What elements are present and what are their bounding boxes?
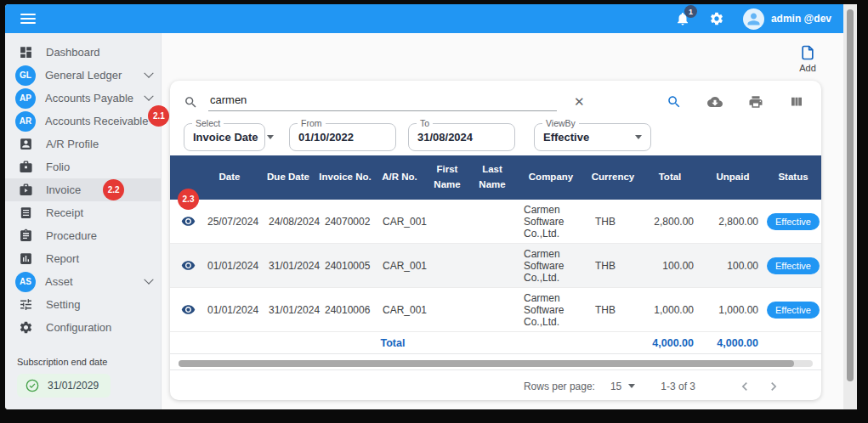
search-icon[interactable] [667,94,682,110]
cell-first-name [425,262,469,269]
ap-avatar: AP [15,88,36,109]
cell-company: Carmen Software Co.,Ltd. [515,289,587,331]
avatar[interactable] [743,8,764,30]
summary-unpaid: 4,000.00 [701,337,765,349]
rows-per-page-select[interactable]: 15 [610,381,635,392]
sidebar-item-accounts-payable[interactable]: AP Accounts Payable [5,87,161,110]
sidebar-item-label: Report [46,252,79,265]
sidebar-item-label: Receipt [46,206,83,219]
col-actions [170,174,199,181]
printer-icon[interactable] [748,94,763,110]
table-row[interactable]: 01/01/2024 31/01/2024 24010005 CAR_001 C… [170,244,821,288]
to-date-label: To [417,118,433,128]
cell-first-name [425,307,469,313]
cell-due-date: 31/01/2024 [260,301,316,319]
viewby-dropdown[interactable]: ViewBy Effective [534,123,651,151]
table-row[interactable]: 25/07/2024 24/08/2024 24070002 CAR_001 C… [170,200,821,244]
cell-total: 1,000.00 [639,301,701,319]
table-rows: 2.3 25/07/2024 24/08/2024 24070002 CAR_0… [170,200,821,332]
sidebar-item-label: A/R Profile [46,138,99,150]
col-first-name: First Name [425,159,469,196]
select-filter-dropdown[interactable]: Select Invoice Date [184,123,265,151]
cell-ar-no: CAR_001 [374,212,425,231]
chevron-left-icon [736,378,753,395]
sidebar-item-ar-profile[interactable]: A/R Profile [5,133,161,155]
sidebar-item-label: Procedure [46,229,97,242]
pagination: Rows per page: 15 1-3 of 3 [170,369,821,400]
add-button[interactable]: Add [799,44,816,73]
sidebar-item-invoice[interactable]: Invoice 2.2 [5,178,161,201]
table-row[interactable]: 01/01/2024 31/01/2024 24010006 CAR_001 C… [170,288,821,332]
badge-row: 2.3 [178,189,199,210]
sidebar-item-procedure[interactable]: Procedure [5,224,161,247]
status-badge[interactable]: Effective [767,257,820,274]
sidebar-item-receipt[interactable]: Receipt [5,201,161,224]
sidebar: Dashboard GL General Ledger AP Accounts … [5,33,162,409]
procedure-icon [18,228,34,244]
sidebar-item-label: Setting [46,298,80,311]
vertical-scrollbar-thumb[interactable] [847,9,854,381]
previous-page-button[interactable] [736,378,753,395]
col-total: Total [639,166,701,189]
search-input[interactable]: carmen [208,93,557,111]
sliders-icon [18,296,34,313]
sidebar-item-label: Dashboard [46,46,100,59]
rows-per-page-label: Rows per page: [524,381,595,392]
caret-down-icon [267,135,274,139]
cell-date: 01/01/2024 [199,257,260,275]
cloud-download-icon[interactable] [707,94,723,110]
gear-icon[interactable] [709,11,724,26]
sidebar-item-dashboard[interactable]: Dashboard [5,41,161,64]
sidebar-item-label: Accounts Receivable [45,115,148,127]
cell-total: 2,800.00 [639,212,701,231]
caret-down-icon [635,135,642,139]
clear-icon[interactable] [574,94,585,110]
search-icon [184,95,198,110]
invoice-list-card: carmen Select Invoice Date [170,81,821,400]
chevron-down-icon [144,68,153,77]
next-page-button[interactable] [765,378,782,395]
cell-status: Effective [765,254,821,278]
status-badge[interactable]: Effective [767,302,820,319]
sidebar-item-configuration[interactable]: Configuration [5,316,161,339]
cell-company: Carmen Software Co.,Ltd. [515,200,587,243]
view-row-button[interactable] [170,299,199,320]
cell-due-date: 31/01/2024 [260,257,316,275]
gl-avatar: GL [15,65,36,86]
sidebar-item-setting[interactable]: Setting [5,293,161,316]
sidebar-item-report[interactable]: Report [5,247,161,270]
document-add-icon [799,44,816,61]
user-name: admin @dev [771,13,831,25]
report-icon [18,251,34,267]
sidebar-item-asset[interactable]: AS Asset [5,270,161,293]
view-row-button[interactable] [170,211,199,232]
subscription-date: 31/01/2029 [48,380,99,392]
cell-date: 01/01/2024 [199,301,260,319]
col-invoice-no: Invoice No. [316,166,374,189]
from-date-value: 01/10/2022 [298,131,354,144]
col-ar-no: A/R No. [374,166,425,189]
check-circle-icon [26,379,39,392]
select-filter-label: Select [192,118,224,128]
cell-due-date: 24/08/2024 [260,212,316,231]
gear-icon [18,319,34,336]
cell-status: Effective [765,210,821,234]
to-date-field[interactable]: To 31/08/2024 [408,123,515,151]
from-date-field[interactable]: From 01/10/2022 [289,123,396,151]
chevron-down-icon [144,274,153,284]
profile-icon [18,136,34,152]
bell-icon[interactable]: 1 [675,11,690,26]
sidebar-item-folio[interactable]: Folio [5,155,161,178]
sidebar-item-accounts-receivable[interactable]: AR Accounts Receivable 2.1 [5,110,161,133]
columns-icon[interactable] [789,94,804,110]
status-badge[interactable]: Effective [767,213,820,230]
subscription-pill: 31/01/2029 [17,374,111,398]
horizontal-scrollbar-thumb[interactable] [179,360,794,367]
sidebar-item-general-ledger[interactable]: GL General Ledger [5,64,161,87]
dashboard-icon [18,44,34,60]
menu-icon[interactable] [20,14,36,24]
cell-ar-no: CAR_001 [374,301,425,319]
view-row-button[interactable] [170,255,199,276]
chevron-right-icon [765,378,782,395]
cell-company: Carmen Software Co.,Ltd. [515,245,587,287]
